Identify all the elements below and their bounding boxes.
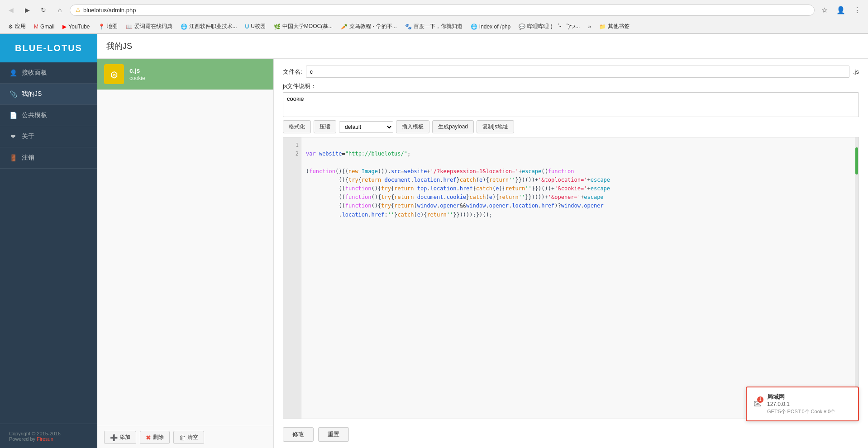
bookmark-dict[interactable]: 📖爱词霸在线词典 xyxy=(122,22,176,31)
filename-input[interactable] xyxy=(306,66,849,78)
file-list: ⬡ JS c.js cookie xyxy=(97,59,273,426)
sidebar-item-logout[interactable]: 🚪 注销 xyxy=(0,147,97,169)
line-numbers: 1 2 xyxy=(283,137,301,419)
bookmark-youtube[interactable]: ▶YouTube xyxy=(59,23,93,31)
file-item-cjs[interactable]: ⬡ JS c.js cookie xyxy=(97,59,273,90)
sidebar-item-receive-label: 接收面板 xyxy=(22,69,47,77)
code-editor: 1 2 var website="http://bluelotus/"; (fu… xyxy=(283,137,859,419)
compress-button[interactable]: 压缩 xyxy=(314,120,336,133)
scroll-thumb xyxy=(855,147,858,174)
templates-icon: 📄 xyxy=(9,112,17,119)
save-button[interactable]: 修改 xyxy=(283,427,314,442)
sidebar-nav: 👤 接收面板 📎 我的JS 📄 公共模板 ❤ 关于 🚪 注销 xyxy=(0,62,97,424)
clear-btn-label: 清空 xyxy=(187,434,198,441)
desc-textarea[interactable]: cookie xyxy=(283,92,859,117)
bookmarks-bar: ⚙应用 MGmail ▶YouTube 📍地图 📖爱词霸在线词典 🌐江西软件职业… xyxy=(0,20,868,33)
browser-toolbar: ◀ ▶ ↻ ⌂ ⚠ ☆ 👤 ⋮ xyxy=(0,0,868,20)
notification-title: 局域网 xyxy=(767,393,851,401)
template-select[interactable]: default xyxy=(339,121,393,133)
add-btn-label: 添加 xyxy=(119,434,130,441)
code-scrollbar[interactable] xyxy=(855,137,858,419)
generate-payload-button[interactable]: 生成payload xyxy=(432,120,474,133)
page-header: 我的JS xyxy=(97,34,868,59)
insert-template-button[interactable]: 插入模板 xyxy=(396,120,429,133)
forward-button[interactable]: ▶ xyxy=(21,4,33,16)
delete-file-button[interactable]: ✖ 删除 xyxy=(140,431,170,444)
logout-icon: 🚪 xyxy=(9,154,17,161)
back-button[interactable]: ◀ xyxy=(5,4,17,16)
sidebar: BLUE-LOTUS 👤 接收面板 📎 我的JS 📄 公共模板 ❤ 关于 🚪 注… xyxy=(0,34,97,448)
add-icon: ➕ xyxy=(110,434,118,441)
browser-chrome: ◀ ▶ ↻ ⌂ ⚠ ☆ 👤 ⋮ ⚙应用 MGmail ▶YouTube 📍地图 … xyxy=(0,0,868,34)
bottom-actions: 修改 重置 xyxy=(283,423,859,442)
security-icon: ⚠ xyxy=(76,7,81,13)
clear-icon: 🗑 xyxy=(179,434,186,441)
address-bar-container: ⚠ xyxy=(70,5,815,16)
editor-panel: 文件名: .js js文件说明： cookie 格式化 压缩 default xyxy=(274,59,868,448)
sidebar-item-templates[interactable]: 📄 公共模板 xyxy=(0,105,97,126)
profile-button[interactable]: 👤 xyxy=(835,4,847,16)
about-icon: ❤ xyxy=(9,133,17,140)
format-button[interactable]: 格式化 xyxy=(283,120,311,133)
main-content: 我的JS ⬡ JS c.js cookie xyxy=(97,34,868,448)
sidebar-item-templates-label: 公共模板 xyxy=(22,111,47,119)
reload-button[interactable]: ↻ xyxy=(37,4,50,16)
desc-section: js文件说明： cookie xyxy=(283,82,859,118)
file-desc: cookie xyxy=(129,75,267,81)
delete-icon: ✖ xyxy=(146,434,151,441)
bookmark-bilibili[interactable]: 💬哔哩哔哩 ( ゜- ゜)つ... xyxy=(515,22,583,31)
code-content[interactable]: var website="http://bluelotus/"; (functi… xyxy=(301,137,855,419)
file-info: c.js cookie xyxy=(129,67,267,81)
sidebar-item-myjs-label: 我的JS xyxy=(22,90,42,98)
copyright-text: Copyright © 2015-2016 xyxy=(9,431,88,436)
menu-button[interactable]: ⋮ xyxy=(851,4,863,16)
firesun-link[interactable]: Firesun xyxy=(37,436,53,442)
filename-row: 文件名: .js xyxy=(283,66,859,78)
bookmark-baidu[interactable]: 🐾百度一下，你就知道 xyxy=(401,22,466,31)
js-suffix: .js xyxy=(853,68,859,75)
sidebar-item-receive[interactable]: 👤 接收面板 xyxy=(0,62,97,84)
myjs-icon: 📎 xyxy=(9,90,17,98)
bookmark-other[interactable]: 📁其他书签 xyxy=(596,22,633,31)
bookmark-gmail[interactable]: MGmail xyxy=(30,23,58,31)
sidebar-item-about-label: 关于 xyxy=(22,132,34,141)
sidebar-item-about[interactable]: ❤ 关于 xyxy=(0,126,97,147)
address-input[interactable] xyxy=(83,7,809,14)
bookmark-maps[interactable]: 📍地图 xyxy=(95,22,121,31)
notification-ip: 127.0.0.1 xyxy=(767,401,851,407)
filename-label: 文件名: xyxy=(283,68,302,76)
powered-by-text: Powered by Firesun xyxy=(9,436,88,442)
bookmark-apps[interactable]: ⚙应用 xyxy=(5,22,29,31)
star-button[interactable]: ☆ xyxy=(818,4,831,16)
reset-button[interactable]: 重置 xyxy=(318,427,349,442)
content-area: ⬡ JS c.js cookie ➕ 添加 xyxy=(97,59,868,448)
bookmark-ucampus[interactable]: UU校园 xyxy=(242,22,269,31)
bookmark-more[interactable]: » xyxy=(584,23,595,31)
notification-popup[interactable]: ✉ 1 局域网 127.0.0.1 GET:5个 POST:0个 Cookie:… xyxy=(746,387,859,421)
desc-label: js文件说明： xyxy=(283,82,859,90)
notification-detail: GET:5个 POST:0个 Cookie:0个 xyxy=(767,408,851,415)
file-name: c.js xyxy=(129,67,267,74)
notification-icon-wrap: ✉ 1 xyxy=(754,398,762,410)
add-file-button[interactable]: ➕ 添加 xyxy=(104,431,136,444)
bookmark-jiangxi[interactable]: 🌐江西软件职业技术... xyxy=(177,22,241,31)
file-icon-js: ⬡ JS xyxy=(104,64,124,84)
sidebar-logo: BLUE-LOTUS xyxy=(0,34,97,62)
bookmark-runoob[interactable]: 🥕菜鸟教程 - 学的不... xyxy=(337,22,401,31)
home-button[interactable]: ⌂ xyxy=(53,4,66,16)
sidebar-item-myjs[interactable]: 📎 我的JS xyxy=(0,84,97,105)
app-container: BLUE-LOTUS 👤 接收面板 📎 我的JS 📄 公共模板 ❤ 关于 🚪 注… xyxy=(0,34,868,448)
file-list-bottom: ➕ 添加 ✖ 删除 🗑 清空 xyxy=(97,426,273,448)
receive-icon: 👤 xyxy=(9,69,17,76)
copy-js-button[interactable]: 复制js地址 xyxy=(477,120,514,133)
sidebar-footer: Copyright © 2015-2016 Powered by Firesun xyxy=(0,424,97,448)
sidebar-item-logout-label: 注销 xyxy=(22,154,34,162)
bookmark-php-index[interactable]: 🌐Index of /php xyxy=(467,23,514,31)
notification-badge: 1 xyxy=(757,396,763,403)
code-toolbar: 格式化 压缩 default 插入模板 生成payload 复制js地址 xyxy=(283,120,859,133)
notification-content: 局域网 127.0.0.1 GET:5个 POST:0个 Cookie:0个 xyxy=(767,393,851,415)
bookmark-mooc[interactable]: 🌿中国大学MOOC(慕... xyxy=(270,22,336,31)
page-title: 我的JS xyxy=(106,41,859,52)
clear-file-button[interactable]: 🗑 清空 xyxy=(173,431,204,444)
del-btn-label: 删除 xyxy=(153,434,164,441)
